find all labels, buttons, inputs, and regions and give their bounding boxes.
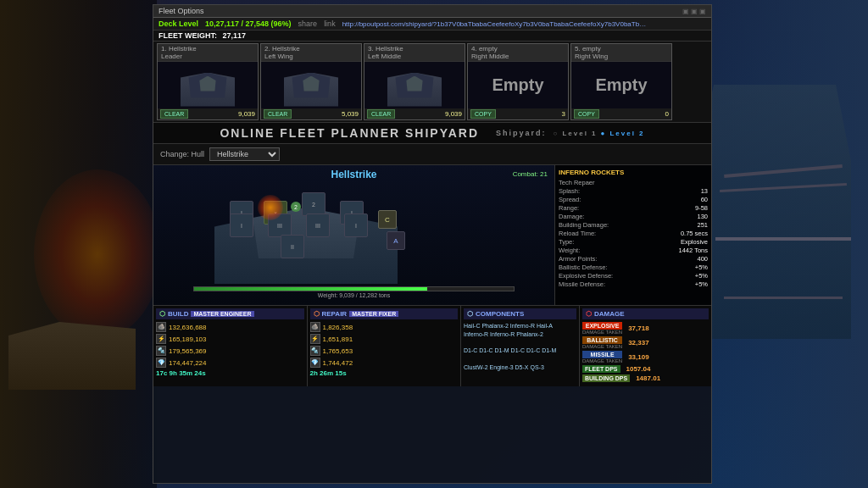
slot-3-role: Left Middle [368, 53, 401, 60]
slot-2-header: 2. Hellstrike Left Wing [261, 44, 361, 62]
ship-line-3 [715, 237, 851, 241]
repair-icon: ⬡ [314, 310, 320, 318]
build-value-1: 132,636,688 [169, 324, 207, 331]
share-label[interactable]: share [298, 19, 318, 28]
title-text: ONLINE FLEET PLANNER SHIPYARD [220, 126, 479, 140]
hull-select[interactable]: Hellstrike Strikecruiser Dreadnought [209, 147, 280, 161]
stat-reload: Reload Time: 0.75 secs [559, 230, 708, 237]
ballistic-value: 32,337 [628, 339, 648, 347]
stat-range-label: Range: [559, 204, 579, 212]
slot-5-empty-label: Empty [595, 75, 647, 95]
slot-3-footer: CLEAR 9,039 [364, 108, 465, 119]
bg-ship [698, 85, 851, 339]
top-bar-title: Fleet Options [159, 7, 204, 15]
ship-canvas: Hellstrike Combat: 21 I × 2 I [153, 165, 554, 305]
build-value-3: 179,565,369 [169, 347, 207, 355]
repair-icon-4: 💎 [310, 358, 320, 368]
weapon-icon-9: II [281, 236, 303, 258]
damage-label: DAMAGE [594, 310, 625, 318]
slot-3-clear-btn[interactable]: CLEAR [367, 109, 395, 119]
build-timer: 17c 9h 35m 24s [156, 369, 206, 377]
fleet-weight-label: FLEET WEIGHT: [159, 31, 217, 40]
ship-slot-5[interactable]: 5. empty Right Wing Empty COPY 0 [570, 43, 672, 120]
weapon-icon-5: I [231, 214, 253, 236]
weapon-slot-7: III [306, 214, 330, 237]
slot-4-image: Empty [468, 62, 568, 108]
ballistic-sub: DAMAGE TAKEN [582, 344, 622, 349]
repair-panel-title: ⬡ REPAIR MASTER FIXER [310, 308, 459, 319]
weapon-c-icon: C [379, 211, 396, 228]
stat-building-damage-label: Building Damage: [559, 221, 609, 229]
fire-effect [258, 195, 283, 220]
missile-sub: DAMAGE TAKEN [582, 358, 622, 363]
slot-1-clear-btn[interactable]: CLEAR [160, 109, 188, 119]
main-panel: Fleet Options ▣ ▣ ▣ Deck Level 10,27,117… [153, 4, 712, 484]
stat-damage: Damage: 130 [559, 213, 708, 220]
slot-3-image [364, 62, 465, 108]
weight-bar-bg [193, 286, 514, 291]
ship-slot-2[interactable]: 2. Hellstrike Left Wing CLEAR 5,039 [260, 43, 362, 120]
slot-4-role: Right Middle [471, 53, 509, 60]
stat-armor-label: Armor Points: [559, 255, 597, 263]
slot-5-footer: COPY 0 [571, 108, 671, 119]
slot-2-clear-btn[interactable]: CLEAR [264, 109, 292, 119]
level2-label[interactable]: Level 2 [609, 130, 644, 137]
slot-4-header: 4. empty Right Middle [468, 44, 568, 62]
stat-tech: Tech Repaer [559, 179, 708, 186]
repair-row-4: 💎 1,744,472 [310, 358, 459, 368]
damage-icon: ⬡ [586, 310, 592, 318]
slot-5-image: Empty [571, 62, 671, 108]
stat-weight: Weight: 1442 Tons [559, 247, 708, 254]
stat-spread-value: 60 [701, 196, 708, 203]
slot-5-role: Right Wing [575, 53, 608, 60]
level-indicator: ○ Level 1 ● Level 2 [554, 129, 645, 137]
slot-2-ship [269, 64, 353, 107]
ship-slot-3[interactable]: 3. Hellstrike Left Middle CLEAR 9,039 [364, 43, 465, 120]
weapon-icon-7: III [307, 214, 329, 236]
ship-viewer: Hellstrike Combat: 21 I × 2 I [153, 165, 711, 306]
stat-building-damage: Building Damage: 251 [559, 221, 708, 229]
repair-timer-row: 2h 26m 15s [310, 369, 459, 377]
share-url[interactable]: http://bpoutpost.com/shipyard/?1b37V0baT… [342, 20, 648, 28]
slot-5-number: 5. empty [575, 45, 601, 53]
build-value-2: 165,189,103 [169, 336, 207, 343]
link-label[interactable]: link [324, 19, 336, 28]
deck-bar: Deck Level 10,27,117 / 27,548 (96%) shar… [153, 18, 711, 30]
stat-ballistic-def: Ballistic Defense: +5% [559, 263, 708, 271]
slot-1-header: 1. Hellstrike Leader [158, 44, 258, 62]
deck-level-value: 10,27,117 / 27,548 (96%) [205, 19, 292, 28]
explosive-badge: EXPLOSIVE [582, 322, 622, 330]
slot-4-number: 4. empty [471, 45, 498, 53]
slot-1-footer: CLEAR 9,039 [158, 108, 258, 119]
weapon-a-icon: A [387, 232, 404, 249]
ship-slot-4[interactable]: 4. empty Right Middle Empty COPY 3 [467, 43, 569, 120]
stat-ballistic-def-label: Ballistic Defense: [559, 263, 608, 271]
stat-armor-value: 400 [697, 255, 708, 263]
deck-level: Deck Level [159, 19, 198, 28]
slot-4-copy-btn[interactable]: COPY [470, 109, 496, 119]
ship-graphic-container: I × 2 I I III III [179, 182, 433, 284]
level1-label[interactable]: Level 1 [562, 130, 597, 137]
stat-missile-def: Missile Defense: +5% [559, 280, 708, 288]
slot-4-footer: COPY 3 [468, 108, 568, 119]
weapon-icon-3: 2 [303, 193, 325, 215]
repair-icon-2: ⚡ [310, 334, 320, 344]
slot-5-copy-btn[interactable]: COPY [574, 109, 599, 119]
repair-row-1: 🪨 1,826,358 [310, 322, 459, 332]
combat-indicator: Combat: 21 [513, 170, 548, 178]
stat-range-value: 9-58 [695, 204, 708, 212]
hull-section: Change: Hull Hellstrike Strikecruiser Dr… [153, 144, 711, 165]
damage-row-ballistic: BALLISTIC DAMAGE TAKEN 32,337 [582, 336, 709, 349]
build-row-3: 🔩 179,565,369 [156, 346, 304, 356]
repair-value-1: 1,826,358 [323, 324, 353, 331]
repair-value-3: 1,765,653 [323, 347, 353, 355]
bg-left-overlay [0, 0, 157, 488]
explosive-value: 37,718 [628, 324, 648, 332]
slot-2-weight: 5,039 [342, 110, 359, 118]
stat-splash-label: Splash: [559, 187, 580, 195]
weapon-icon-8: I [345, 214, 367, 236]
build-panel-title: ⬡ BUILD MASTER ENGINEER [156, 308, 304, 319]
build-value-4: 174,447,224 [169, 359, 207, 367]
level-circle-empty: ○ [554, 130, 559, 137]
ship-slot-1[interactable]: 1. Hellstrike Leader CLEAR 9,039 [157, 43, 259, 120]
